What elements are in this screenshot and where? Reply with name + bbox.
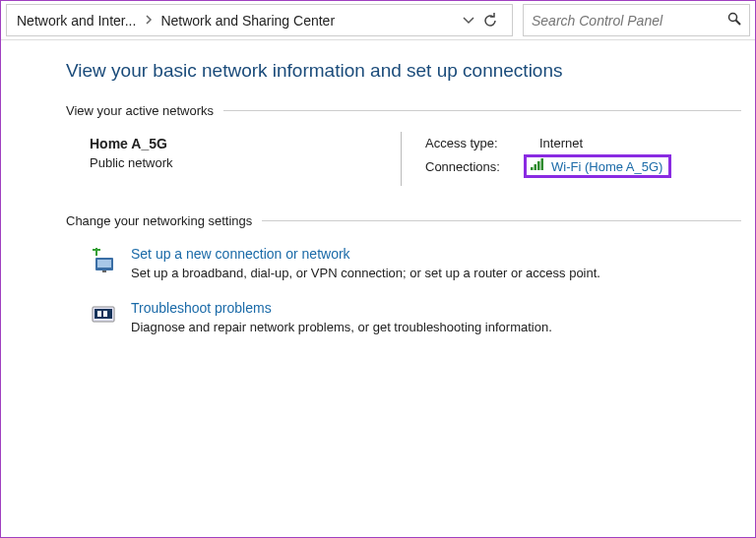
new-connection-icon: [90, 246, 119, 275]
setting-new-connection[interactable]: Set up a new connection or network Set u…: [66, 240, 741, 294]
wifi-signal-icon: [530, 158, 545, 174]
breadcrumb-parent[interactable]: Network and Inter...: [15, 13, 140, 29]
toolbar: Network and Inter... Network and Sharing…: [1, 1, 755, 40]
search-input[interactable]: [532, 13, 722, 29]
setting-link[interactable]: Troubleshoot problems: [131, 300, 552, 316]
svg-rect-5: [541, 158, 544, 170]
setting-desc: Set up a broadband, dial-up, or VPN conn…: [131, 266, 600, 280]
svg-rect-13: [97, 311, 101, 317]
network-name: Home A_5G: [90, 136, 391, 151]
content-area: View your basic network information and …: [1, 40, 755, 348]
svg-rect-10: [95, 248, 97, 256]
svg-rect-14: [103, 311, 107, 317]
access-type-value: Internet: [539, 136, 583, 150]
settings-list: Set up a new connection or network Set u…: [66, 240, 741, 348]
refresh-icon[interactable]: [482, 13, 498, 29]
connection-link[interactable]: Wi-Fi (Home A_5G): [524, 154, 671, 178]
svg-rect-2: [531, 167, 534, 170]
network-details: Access type: Internet Connections: Wi-Fi…: [421, 130, 741, 188]
network-identity: Home A_5G Public network: [66, 130, 401, 188]
svg-rect-7: [97, 260, 111, 268]
page-title: View your basic network information and …: [66, 60, 741, 82]
active-network-row: Home A_5G Public network Access type: In…: [66, 130, 741, 188]
connections-label: Connections:: [425, 159, 524, 174]
setting-link[interactable]: Set up a new connection or network: [131, 246, 600, 262]
setting-desc: Diagnose and repair network problems, or…: [131, 320, 552, 334]
divider: [262, 220, 741, 221]
svg-rect-4: [537, 161, 540, 170]
breadcrumb[interactable]: Network and Inter... Network and Sharing…: [6, 4, 513, 36]
vertical-divider: [401, 132, 402, 186]
divider: [223, 110, 741, 111]
setting-troubleshoot[interactable]: Troubleshoot problems Diagnose and repai…: [66, 294, 741, 348]
troubleshoot-icon: [90, 300, 119, 329]
svg-point-0: [729, 14, 737, 22]
chevron-down-icon[interactable]: [463, 17, 474, 25]
breadcrumb-current[interactable]: Network and Sharing Center: [158, 13, 339, 29]
connection-link-text: Wi-Fi (Home A_5G): [551, 159, 662, 174]
chevron-right-icon: [146, 13, 153, 28]
section-active-networks: View your active networks: [66, 103, 741, 118]
network-type: Public network: [90, 155, 391, 170]
search-box[interactable]: [523, 4, 750, 36]
svg-rect-8: [102, 270, 106, 272]
section-network-settings: Change your networking settings: [66, 213, 741, 228]
svg-rect-3: [535, 164, 537, 170]
svg-line-1: [736, 21, 741, 26]
access-type-label: Access type:: [425, 136, 524, 150]
section-label: View your active networks: [66, 103, 214, 118]
section-label: Change your networking settings: [66, 213, 252, 228]
search-icon[interactable]: [727, 12, 741, 29]
